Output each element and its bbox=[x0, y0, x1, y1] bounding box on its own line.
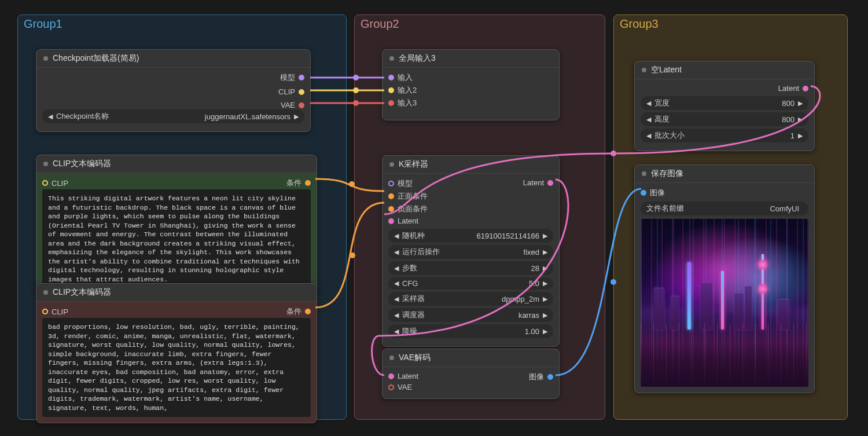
arrow-left-icon[interactable]: ◀ bbox=[394, 312, 399, 319]
arrow-right-icon[interactable]: ▶ bbox=[798, 132, 803, 140]
node-ksampler[interactable]: K采样器 模型 正面条件 负面条件 Latent Latent ◀随机种6191… bbox=[382, 155, 560, 347]
input-port-clip[interactable]: CLIP bbox=[42, 305, 68, 318]
group-2-title[interactable]: Group2 bbox=[361, 17, 399, 31]
widget-height[interactable]: ◀高度800▶ bbox=[641, 112, 808, 126]
input-port-2[interactable]: 输入2 bbox=[388, 84, 553, 97]
node-title: 空Latent bbox=[651, 65, 682, 75]
widget-seed[interactable]: ◀随机种619100152114166▶ bbox=[388, 229, 553, 243]
node-header[interactable]: 空Latent bbox=[635, 61, 814, 79]
node-title: 保存图像 bbox=[651, 168, 683, 179]
input-port-model[interactable]: 模型 bbox=[388, 177, 428, 190]
widget-width[interactable]: ◀宽度800▶ bbox=[641, 96, 808, 110]
node-empty-latent[interactable]: 空Latent Latent ◀宽度800▶ ◀高度800▶ ◀批次大小1▶ bbox=[634, 61, 815, 151]
arrow-right-icon[interactable]: ▶ bbox=[543, 248, 547, 256]
output-port-model[interactable]: 模型 bbox=[278, 71, 304, 84]
node-graph-canvas[interactable]: Group1 Group2 Group3 Checkpoint加载器(简易 bbox=[0, 0, 868, 436]
node-vae-decode[interactable]: VAE解码 Latent VAE 图像 bbox=[382, 349, 560, 399]
node-title: CLIP文本编码器 bbox=[53, 159, 111, 169]
output-port-latent[interactable]: Latent bbox=[641, 83, 808, 94]
arrow-left-icon[interactable]: ◀ bbox=[394, 248, 399, 256]
output-port-conditioning[interactable]: 条件 bbox=[286, 305, 311, 318]
node-title: Checkpoint加载器(简易) bbox=[53, 53, 139, 64]
collapse-toggle-icon[interactable] bbox=[43, 290, 48, 295]
output-port-clip[interactable]: CLIP bbox=[278, 86, 304, 97]
arrow-right-icon[interactable]: ▶ bbox=[543, 265, 547, 272]
node-global-inputs[interactable]: 全局输入3 输入 输入2 输入3 bbox=[382, 49, 560, 120]
node-clip-text-encode-positive[interactable]: CLIP文本编码器 CLIP 条件 This striking digital … bbox=[36, 155, 317, 295]
widget-cfg[interactable]: ◀CFG5.0▶ bbox=[388, 277, 553, 290]
output-image-preview[interactable] bbox=[641, 219, 808, 387]
node-title: VAE解码 bbox=[399, 353, 431, 363]
widget-control-after[interactable]: ◀运行后操作fixed▶ bbox=[388, 245, 553, 259]
input-port-image[interactable]: 图像 bbox=[641, 186, 808, 199]
input-port-1[interactable]: 输入 bbox=[388, 71, 553, 84]
node-clip-text-encode-negative[interactable]: CLIP文本编码器 CLIP 条件 bad proportions, low r… bbox=[36, 283, 317, 423]
arrow-right-icon[interactable]: ▶ bbox=[543, 312, 547, 319]
node-title: CLIP文本编码器 bbox=[53, 287, 111, 298]
arrow-right-icon[interactable]: ▶ bbox=[294, 113, 299, 120]
output-port-image[interactable]: 图像 bbox=[529, 371, 553, 383]
arrow-right-icon[interactable]: ▶ bbox=[543, 232, 547, 240]
collapse-toggle-icon[interactable] bbox=[389, 356, 394, 360]
widget-sampler[interactable]: ◀采样器dpmpp_2m▶ bbox=[388, 292, 553, 306]
arrow-left-icon[interactable]: ◀ bbox=[394, 295, 399, 303]
group-3-title[interactable]: Group3 bbox=[620, 17, 659, 31]
arrow-left-icon[interactable]: ◀ bbox=[394, 232, 399, 240]
prompt-textarea[interactable]: This striking digital artwork features a… bbox=[42, 189, 311, 288]
node-header[interactable]: Checkpoint加载器(简易) bbox=[36, 50, 310, 68]
widget-scheduler[interactable]: ◀调度器karras▶ bbox=[388, 308, 553, 322]
node-header[interactable]: VAE解码 bbox=[382, 349, 559, 367]
collapse-toggle-icon[interactable] bbox=[43, 162, 48, 166]
input-port-latent[interactable]: Latent bbox=[388, 371, 418, 382]
node-header[interactable]: 保存图像 bbox=[635, 165, 814, 183]
arrow-left-icon[interactable]: ◀ bbox=[394, 280, 399, 287]
arrow-left-icon[interactable]: ◀ bbox=[48, 113, 53, 120]
input-port-vae[interactable]: VAE bbox=[388, 382, 418, 393]
collapse-toggle-icon[interactable] bbox=[389, 56, 394, 61]
output-port-vae[interactable]: VAE bbox=[278, 100, 304, 111]
node-save-image[interactable]: 保存图像 图像 文件名前缀 ComfyUI bbox=[634, 164, 815, 393]
widget-batch[interactable]: ◀批次大小1▶ bbox=[641, 129, 808, 142]
group-1-title[interactable]: Group1 bbox=[24, 17, 62, 31]
node-header[interactable]: CLIP文本编码器 bbox=[36, 284, 317, 302]
arrow-right-icon[interactable]: ▶ bbox=[543, 328, 547, 335]
widget-steps[interactable]: ◀步数28▶ bbox=[388, 261, 553, 275]
input-port-latent[interactable]: Latent bbox=[388, 215, 428, 226]
arrow-left-icon[interactable]: ◀ bbox=[394, 265, 399, 272]
input-port-clip[interactable]: CLIP bbox=[42, 177, 68, 189]
arrow-right-icon[interactable]: ▶ bbox=[798, 116, 803, 123]
input-port-positive[interactable]: 正面条件 bbox=[388, 190, 428, 203]
widget-checkpoint-name[interactable]: ◀ Checkpoint名称 juggernautXL.safetensors … bbox=[42, 109, 304, 123]
input-port-negative[interactable]: 负面条件 bbox=[388, 203, 428, 215]
widget-denoise[interactable]: ◀降噪1.00▶ bbox=[388, 324, 553, 338]
collapse-toggle-icon[interactable] bbox=[389, 162, 394, 167]
node-checkpoint-loader[interactable]: Checkpoint加载器(简易) 模型 CLIP VAE ◀ Checkpoi… bbox=[36, 49, 311, 132]
collapse-toggle-icon[interactable] bbox=[642, 68, 646, 72]
node-header[interactable]: 全局输入3 bbox=[382, 50, 559, 68]
node-title: 全局输入3 bbox=[399, 53, 436, 64]
prompt-textarea[interactable]: bad proportions, low resolution, bad, ug… bbox=[42, 318, 311, 417]
collapse-toggle-icon[interactable] bbox=[43, 56, 48, 61]
output-port-conditioning[interactable]: 条件 bbox=[286, 177, 311, 189]
arrow-left-icon[interactable]: ◀ bbox=[646, 100, 651, 107]
output-port-latent[interactable]: Latent bbox=[523, 177, 553, 188]
arrow-left-icon[interactable]: ◀ bbox=[646, 116, 651, 123]
node-title: K采样器 bbox=[399, 159, 428, 170]
widget-filename-prefix[interactable]: 文件名前缀 ComfyUI bbox=[641, 201, 808, 215]
arrow-left-icon[interactable]: ◀ bbox=[646, 132, 651, 140]
node-header[interactable]: CLIP文本编码器 bbox=[36, 155, 317, 173]
collapse-toggle-icon[interactable] bbox=[642, 171, 646, 176]
arrow-left-icon[interactable]: ◀ bbox=[394, 328, 399, 335]
node-header[interactable]: K采样器 bbox=[382, 156, 559, 174]
input-port-3[interactable]: 输入3 bbox=[388, 97, 553, 109]
arrow-right-icon[interactable]: ▶ bbox=[798, 100, 803, 107]
arrow-right-icon[interactable]: ▶ bbox=[543, 280, 547, 287]
arrow-right-icon[interactable]: ▶ bbox=[543, 295, 547, 303]
